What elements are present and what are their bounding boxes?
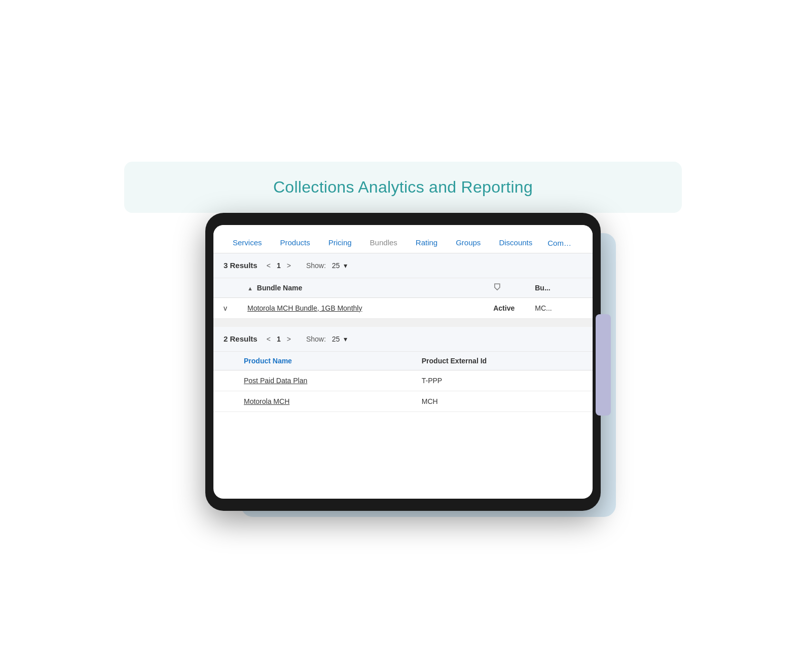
bottom-results-bar: 2 Results < 1 > Show: 25: [213, 327, 593, 352]
bottom-show-chevron: [342, 335, 347, 343]
th-bundle-name-label: Bundle Name: [257, 284, 302, 292]
th-expand: [213, 278, 237, 298]
bottom-next-btn[interactable]: >: [284, 334, 294, 344]
tab-rating[interactable]: Rating: [407, 233, 447, 253]
table-row: v Motorola MCH Bundle, 1GB Monthly Activ…: [213, 297, 593, 318]
table-row: Post Paid Data Plan T-PPP: [213, 370, 593, 391]
th-product-external-id[interactable]: Product External Id: [412, 352, 593, 370]
tablet-outer: Services Products Pricing Bundles Rating…: [205, 213, 601, 511]
top-pagination: < 1 >: [264, 260, 294, 271]
row-expand-btn[interactable]: v: [213, 297, 237, 318]
section-separator: [213, 319, 593, 327]
tab-bundles[interactable]: Bundles: [361, 233, 407, 253]
th-product-name[interactable]: Product Name: [234, 352, 412, 370]
th-filter: ⛉: [483, 278, 525, 298]
row-bundle-name[interactable]: Motorola MCH Bundle, 1GB Monthly: [237, 297, 483, 318]
bottom-show-value: 25: [332, 335, 340, 343]
top-next-btn[interactable]: >: [284, 260, 294, 271]
bottom-show-select[interactable]: 25: [332, 335, 348, 343]
tab-pricing[interactable]: Pricing: [319, 233, 361, 253]
bottom-page-current: 1: [277, 335, 281, 343]
table-row: Motorola MCH MCH: [213, 391, 593, 412]
filter-icon[interactable]: ⛉: [493, 283, 501, 292]
title-banner: Collections Analytics and Reporting: [124, 162, 682, 213]
bottom-pagination: < 1 >: [264, 334, 294, 344]
tab-groups[interactable]: Groups: [447, 233, 490, 253]
bottom-show-label: Show:: [306, 335, 326, 343]
sort-arrow-icon: ▲: [247, 285, 253, 291]
page-title: Collections Analytics and Reporting: [155, 178, 651, 197]
bottom-row1-external-id: T-PPP: [412, 370, 593, 391]
bottom-row2-expand: [213, 391, 234, 412]
tab-services[interactable]: Services: [224, 233, 271, 253]
top-show-chevron: [342, 262, 347, 270]
page-wrapper: Collections Analytics and Reporting Serv…: [0, 162, 806, 511]
bottom-results-count: 2 Results: [224, 334, 258, 343]
tab-discounts[interactable]: Discounts: [490, 233, 541, 253]
bottom-row1-expand: [213, 370, 234, 391]
bottom-table: Product Name Product External Id Post Pa…: [213, 352, 593, 412]
content-area: 3 Results < 1 > Show: 25: [213, 253, 593, 412]
tablet-device: Services Products Pricing Bundles Rating…: [205, 213, 601, 511]
top-table: ▲ Bundle Name ⛉ Bu... v: [213, 278, 593, 319]
top-results-bar: 3 Results < 1 > Show: 25: [213, 253, 593, 278]
top-show-select[interactable]: 25: [332, 262, 348, 270]
bottom-th-expand: [213, 352, 234, 370]
bottom-row2-product-name[interactable]: Motorola MCH: [234, 391, 412, 412]
tab-commiss[interactable]: Commiss...: [541, 234, 582, 252]
top-page-current: 1: [277, 262, 281, 270]
bottom-row1-product-name[interactable]: Post Paid Data Plan: [234, 370, 412, 391]
bottom-row2-external-id: MCH: [412, 391, 593, 412]
top-show-value: 25: [332, 262, 340, 270]
blob-purple: [596, 314, 611, 416]
row-bu: MC...: [525, 297, 593, 318]
top-show-label: Show:: [306, 262, 326, 270]
top-results-count: 3 Results: [224, 261, 258, 270]
th-bu: Bu...: [525, 278, 593, 298]
tab-navigation: Services Products Pricing Bundles Rating…: [213, 225, 593, 253]
bottom-prev-btn[interactable]: <: [264, 334, 274, 344]
th-bundle-name[interactable]: ▲ Bundle Name: [237, 278, 483, 298]
tab-products[interactable]: Products: [271, 233, 319, 253]
tablet-screen: Services Products Pricing Bundles Rating…: [213, 225, 593, 499]
top-prev-btn[interactable]: <: [264, 260, 274, 271]
row-status: Active: [483, 297, 525, 318]
